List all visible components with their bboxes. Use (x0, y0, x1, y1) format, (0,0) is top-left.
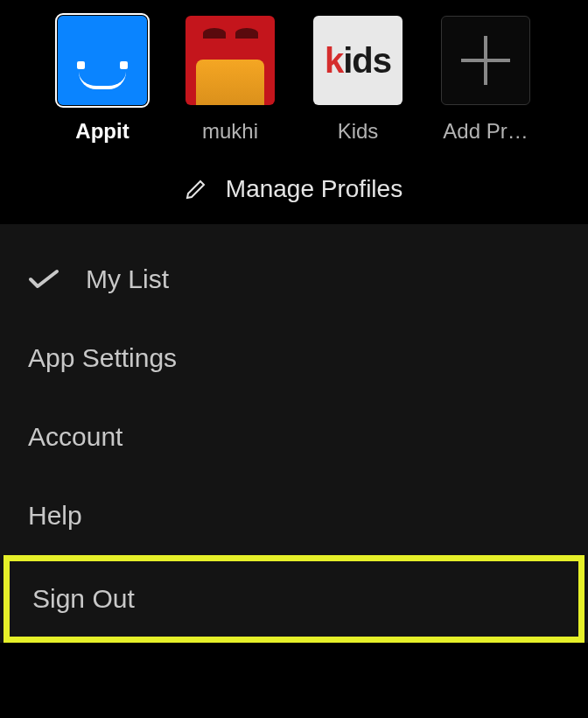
pencil-icon (186, 179, 206, 200)
avatar-mukhi (186, 16, 275, 105)
menu-label: Account (28, 422, 122, 452)
avatar-appit (58, 16, 147, 105)
menu-help[interactable]: Help (0, 476, 588, 555)
profile-mukhi[interactable]: mukhi (182, 16, 278, 144)
plus-icon (461, 36, 510, 85)
avatar-kids: kids (313, 16, 402, 105)
profile-appit[interactable]: Appit (54, 16, 150, 144)
menu-label: My List (86, 264, 169, 294)
profile-add[interactable]: Add Pr… (438, 16, 534, 144)
add-profile-button[interactable] (441, 16, 530, 105)
manage-profiles-label: Manage Profiles (226, 175, 402, 203)
sign-out-highlight: Sign Out (4, 555, 584, 643)
menu-my-list[interactable]: My List (0, 240, 588, 319)
manage-profiles-button[interactable]: Manage Profiles (0, 175, 588, 203)
profiles-section: Appit mukhi kids Kids Add Pr… (0, 0, 588, 224)
check-icon (28, 269, 60, 290)
menu-label: Help (28, 501, 82, 531)
profile-label: Kids (338, 119, 379, 144)
menu-app-settings[interactable]: App Settings (0, 319, 588, 398)
menu-section: My List App Settings Account Help Sign O… (0, 224, 588, 643)
profile-label: Appit (75, 119, 129, 144)
menu-account[interactable]: Account (0, 398, 588, 476)
profile-label: mukhi (202, 119, 258, 144)
profile-kids[interactable]: kids Kids (310, 16, 406, 144)
menu-label: Sign Out (32, 584, 135, 614)
menu-sign-out[interactable]: Sign Out (10, 561, 578, 637)
menu-label: App Settings (28, 343, 177, 373)
profile-label: Add Pr… (443, 119, 528, 144)
profiles-row: Appit mukhi kids Kids Add Pr… (0, 16, 588, 144)
